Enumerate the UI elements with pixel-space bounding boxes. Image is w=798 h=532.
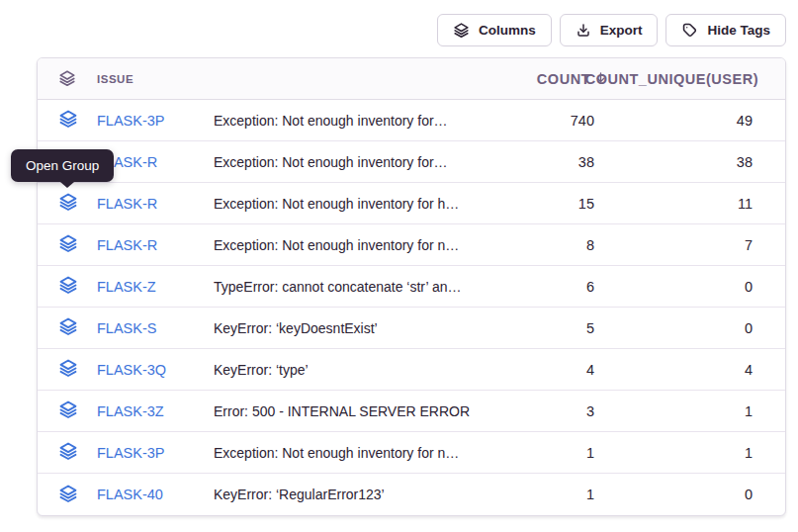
issue-title: Exception: Not enough inventory for… bbox=[214, 113, 484, 129]
issue-link[interactable]: FLASK-3P bbox=[97, 445, 165, 461]
issue-link[interactable]: FLASK-3P bbox=[97, 113, 165, 129]
results-table: ISSUE COUNT COUNT_UNIQUE(USER) bbox=[37, 57, 786, 516]
count-value: 6 bbox=[484, 279, 622, 295]
issue-link[interactable]: FLASK-R bbox=[97, 196, 157, 212]
count-value: 15 bbox=[484, 196, 622, 212]
stack-icon bbox=[58, 192, 78, 215]
open-group-button[interactable] bbox=[58, 109, 78, 132]
stack-icon bbox=[58, 484, 78, 506]
table-row: FLASK-3Q KeyError: ‘type’ 4 4 bbox=[38, 349, 785, 391]
open-group-button[interactable] bbox=[58, 399, 78, 422]
table-row: FLASK-R Exception: Not enough inventory … bbox=[38, 183, 785, 224]
issue-link[interactable]: FLASK-3Z bbox=[97, 403, 164, 419]
stack-icon bbox=[453, 22, 470, 39]
count-unique-value: 4 bbox=[622, 362, 785, 378]
download-icon bbox=[576, 23, 591, 39]
count-value: 1 bbox=[484, 445, 622, 461]
count-unique-value: 38 bbox=[622, 154, 785, 170]
table-header-row: ISSUE COUNT COUNT_UNIQUE(USER) bbox=[38, 58, 785, 100]
open-group-button[interactable] bbox=[58, 192, 78, 215]
table-row: FLASK-R Exception: Not enough inventory … bbox=[38, 224, 785, 266]
count-value: 38 bbox=[484, 154, 622, 170]
open-group-button[interactable] bbox=[58, 484, 78, 506]
issue-title: KeyError: ‘RegularError123’ bbox=[214, 487, 484, 502]
stack-icon bbox=[58, 316, 78, 339]
export-button[interactable]: Export bbox=[560, 14, 659, 46]
table-row: FLASK-3P Exception: Not enough inventory… bbox=[38, 100, 785, 141]
stack-icon bbox=[58, 233, 78, 256]
stack-icon bbox=[58, 441, 78, 464]
issue-title: KeyError: ‘type’ bbox=[214, 362, 484, 378]
toolbar: Columns Export Hide Tags bbox=[37, 14, 786, 46]
open-group-button[interactable] bbox=[58, 441, 78, 464]
count-value: 4 bbox=[484, 362, 622, 378]
open-group-tooltip: Open Group bbox=[11, 149, 114, 182]
stack-icon bbox=[58, 109, 78, 132]
count-value: 3 bbox=[484, 403, 622, 419]
count-value: 5 bbox=[484, 320, 622, 336]
table-row: FLASK-3P Exception: Not enough inventory… bbox=[38, 432, 785, 474]
count-unique-value: 1 bbox=[622, 403, 785, 419]
count-value: 8 bbox=[484, 237, 622, 253]
table-body: FLASK-3P Exception: Not enough inventory… bbox=[38, 100, 785, 515]
stack-icon bbox=[58, 358, 78, 381]
open-group-button[interactable] bbox=[58, 275, 78, 298]
discover-results-page: Columns Export Hide Tags bbox=[0, 0, 798, 532]
export-button-label: Export bbox=[600, 24, 643, 38]
issue-link[interactable]: FLASK-3Q bbox=[97, 362, 166, 378]
open-group-button[interactable] bbox=[58, 233, 78, 256]
issue-title: Exception: Not enough inventory for… bbox=[214, 154, 484, 170]
open-group-tooltip-label: Open Group bbox=[26, 158, 99, 173]
header-count-label: COUNT bbox=[537, 71, 590, 87]
table-row: FLASK-3Z Error: 500 - INTERNAL SERVER ER… bbox=[38, 391, 785, 432]
issue-link[interactable]: FLASK-S bbox=[97, 320, 156, 336]
hide-tags-button-label: Hide Tags bbox=[707, 24, 770, 38]
count-unique-value: 7 bbox=[622, 237, 785, 253]
count-unique-value: 49 bbox=[622, 113, 785, 129]
stack-icon bbox=[58, 69, 76, 89]
header-issue-icon-cell bbox=[57, 69, 97, 89]
header-count-unique[interactable]: COUNT_UNIQUE(USER) bbox=[622, 71, 785, 87]
issue-link[interactable]: FLASK-R bbox=[97, 237, 157, 253]
count-value: 1 bbox=[484, 487, 622, 502]
issue-link[interactable]: FLASK-40 bbox=[97, 487, 163, 502]
table-row: FLASK-40 KeyError: ‘RegularError123’ 1 0 bbox=[38, 474, 785, 515]
columns-button[interactable]: Columns bbox=[437, 14, 552, 46]
stack-icon bbox=[58, 275, 78, 298]
columns-button-label: Columns bbox=[479, 24, 536, 38]
table-row: FLASK-R Exception: Not enough inventory … bbox=[38, 141, 785, 183]
table-row: FLASK-S KeyError: ‘keyDoesntExist’ 5 0 bbox=[38, 308, 785, 349]
open-group-button[interactable] bbox=[58, 358, 78, 381]
issue-title: Exception: Not enough inventory for n… bbox=[214, 237, 484, 253]
count-unique-value: 0 bbox=[622, 487, 785, 502]
stack-icon bbox=[58, 399, 78, 422]
count-unique-value: 0 bbox=[622, 279, 785, 295]
count-unique-value: 1 bbox=[622, 445, 785, 461]
issue-title: Exception: Not enough inventory for h… bbox=[214, 196, 484, 212]
issue-title: TypeError: cannot concatenate ‘str’ an… bbox=[214, 279, 484, 295]
open-group-button[interactable] bbox=[58, 316, 78, 339]
issue-link[interactable]: FLASK-Z bbox=[97, 279, 156, 295]
tag-icon bbox=[681, 22, 698, 39]
count-unique-value: 0 bbox=[622, 320, 785, 336]
count-unique-value: 11 bbox=[622, 196, 785, 212]
issue-title: Error: 500 - INTERNAL SERVER ERROR bbox=[214, 403, 484, 419]
issue-title: Exception: Not enough inventory for n… bbox=[214, 445, 484, 461]
count-value: 740 bbox=[484, 113, 622, 129]
issue-title: KeyError: ‘keyDoesntExist’ bbox=[214, 320, 484, 336]
hide-tags-button[interactable]: Hide Tags bbox=[665, 14, 786, 46]
table-row: FLASK-Z TypeError: cannot concatenate ‘s… bbox=[38, 266, 785, 308]
header-issue: ISSUE bbox=[97, 73, 214, 85]
